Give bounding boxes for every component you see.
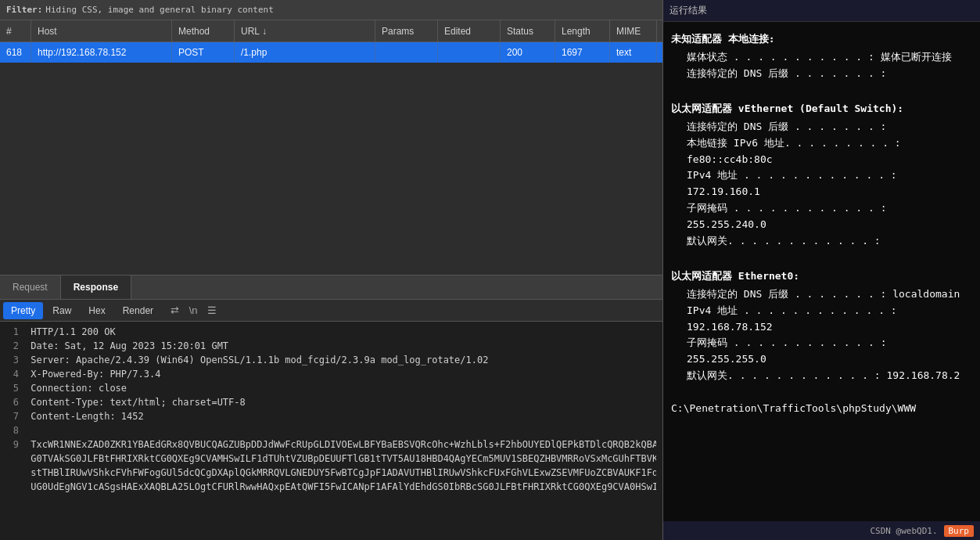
tab-response[interactable]: Response — [61, 275, 131, 299]
row-params — [375, 42, 438, 63]
btn-hex[interactable]: Hex — [81, 302, 113, 319]
row-edited — [438, 42, 501, 63]
gateway2-row: 默认网关. . . . . . . . . . . . : 192.168.78… — [687, 368, 972, 384]
ethernet0-header: 以太网适配器 Ethernet0: — [671, 268, 972, 285]
subnet-row: 子网掩码 . . . . . . . . . . . . : 255.255.2… — [687, 200, 972, 233]
filter-text: Hiding CSS, image and general binary con… — [45, 5, 273, 15]
dns-suffix2-row: 连接特定的 DNS 后缀 . . . . . . . : — [687, 119, 972, 135]
ipv6-row: 本地链接 IPv6 地址. . . . . . . . . : fe80::cc… — [687, 135, 972, 168]
row-num: 618 — [0, 42, 31, 63]
table-row[interactable]: 618 http://192.168.78.152 POST /1.php 20… — [0, 42, 662, 63]
unknown-adapter-header: 未知适配器 本地连接: — [671, 31, 972, 48]
btn-raw[interactable]: Raw — [45, 302, 79, 319]
row-length: 1697 — [555, 42, 610, 63]
col-header-method: Method — [172, 20, 235, 41]
response-line-1: 1 HTTP/1.1 200 OK — [6, 325, 656, 339]
response-line-12: UG0UdEgNGV1cASgsHAExXAQBLA25LOgtCFURlRww… — [6, 480, 656, 494]
bottom-bar: CSDN @webQD1. Burp — [663, 521, 980, 540]
request-response-tabs: Request Response — [0, 275, 662, 300]
response-toolbar: Pretty Raw Hex Render ⇄ \n ☰ — [0, 300, 662, 322]
col-header-params: Params — [375, 20, 438, 41]
filter-bar: Filter: Hiding CSS, image and general bi… — [0, 0, 662, 20]
csdn-text: CSDN @webQD1. — [870, 526, 937, 536]
response-line-9: 9 TxcWR1NNExZAD0ZKR1YBAEdGRx8QVBUCQAGZUB… — [6, 437, 656, 452]
row-host: http://192.168.78.152 — [31, 42, 172, 63]
terminal-content: 未知适配器 本地连接: 媒体状态 . . . . . . . . . . . :… — [663, 22, 980, 540]
table-header: # Host Method URL ↓ Params Edited Status… — [0, 20, 662, 42]
terminal-title: 运行结果 — [669, 4, 707, 17]
path-row: C:\Penetration\TrafficTools\phpStudy\WWW — [671, 401, 972, 417]
menu-icon[interactable]: ☰ — [203, 302, 221, 319]
tab-request[interactable]: Request — [0, 275, 61, 299]
response-line-11: stTHBlIRUwVShkcFVhFWFogGUl5dcQCgDXAplQGk… — [6, 466, 656, 480]
btn-render[interactable]: Render — [115, 302, 161, 319]
dns-suffix3-row: 连接特定的 DNS 后缀 . . . . . . . : localdomain — [687, 286, 972, 303]
response-line-6: 6 Content-Type: text/html; charset=UTF-8 — [6, 395, 656, 409]
row-mime: text — [610, 42, 657, 63]
filter-label: Filter: — [6, 5, 42, 15]
col-header-mime: MIME — [610, 20, 657, 41]
row-status: 200 — [501, 42, 555, 63]
btn-pretty[interactable]: Pretty — [3, 302, 43, 319]
response-line-4: 4 X-Powered-By: PHP/7.3.4 — [6, 367, 656, 381]
col-header-url: URL ↓ — [235, 20, 375, 41]
vethernet-header: 以太网适配器 vEthernet (Default Switch): — [671, 101, 972, 117]
col-header-status: Status — [501, 20, 555, 41]
terminal-title-bar: 运行结果 — [663, 0, 980, 22]
col-header-host: Host — [31, 20, 172, 41]
col-header-length: Length — [555, 20, 610, 41]
table-content-area — [0, 63, 662, 275]
dns-suffix-row: 连接特定的 DNS 后缀 . . . . . . . : — [687, 66, 972, 82]
row-method: POST — [172, 42, 235, 63]
gateway-row: 默认网关. . . . . . . . . . . . : — [687, 233, 972, 250]
media-status-row: 媒体状态 . . . . . . . . . . . : 媒体已断开连接 — [687, 49, 972, 66]
ipv4-2-row: IPv4 地址 . . . . . . . . . . . . : 192.16… — [687, 303, 972, 336]
response-line-2: 2 Date: Sat, 12 Aug 2023 15:20:01 GMT — [6, 339, 656, 353]
ipv4-row: IPv4 地址 . . . . . . . . . . . . : 172.19… — [687, 167, 972, 200]
row-url: /1.php — [235, 42, 375, 63]
response-content: 1 HTTP/1.1 200 OK 2 Date: Sat, 12 Aug 20… — [0, 322, 662, 540]
response-line-5: 5 Connection: close — [6, 381, 656, 395]
subnet2-row: 子网掩码 . . . . . . . . . . . . : 255.255.2… — [687, 335, 972, 368]
col-header-num: # — [0, 20, 31, 41]
right-panel: 运行结果 未知适配器 本地连接: 媒体状态 . . . . . . . . . … — [663, 0, 980, 540]
newline-icon[interactable]: \n — [185, 302, 202, 319]
response-line-10: G0TVAkSG0JLFBtFHRIXRktCG0QXEg9CVAMHSwILF… — [6, 452, 656, 466]
response-line-8: 8 — [6, 423, 656, 437]
col-header-edited: Edited — [438, 20, 501, 41]
left-panel: Filter: Hiding CSS, image and general bi… — [0, 0, 663, 540]
burp-text: Burp — [944, 525, 975, 537]
response-line-3: 3 Server: Apache/2.4.39 (Win64) OpenSSL/… — [6, 353, 656, 367]
wrap-icon[interactable]: ⇄ — [166, 302, 183, 319]
response-line-7: 7 Content-Length: 1452 — [6, 409, 656, 423]
